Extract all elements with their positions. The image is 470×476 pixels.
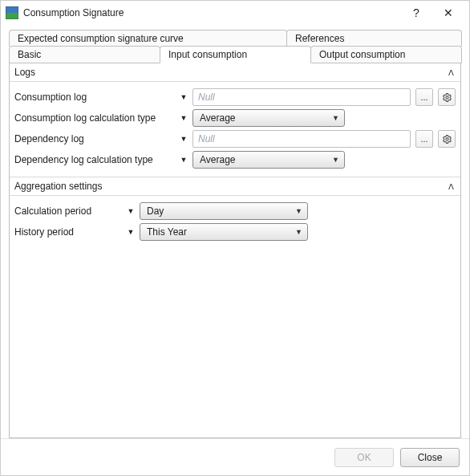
close-window-button[interactable]: ✕ <box>432 1 464 25</box>
browse-button[interactable]: ... <box>415 130 433 148</box>
close-button[interactable]: Close <box>400 448 460 467</box>
label-calculation-period: Calculation period <box>14 205 127 217</box>
select-history-period[interactable]: This Year ▼ <box>140 223 308 241</box>
tab-basic[interactable]: Basic <box>9 46 160 63</box>
label-consumption-log-calc-type: Consumption log calculation type <box>14 112 180 124</box>
chevron-down-icon: ▼ <box>295 207 302 215</box>
section-body-logs: Consumption log ▼ Null ... <box>10 82 460 177</box>
select-consumption-log-calc-type[interactable]: Average ▼ <box>192 109 345 127</box>
section-title: Logs <box>14 67 35 78</box>
label-consumption-log: Consumption log <box>14 92 180 103</box>
section-body-aggregation: Calculation period ▼ Day ▼ History perio… <box>10 196 460 249</box>
row-consumption-log: Consumption log ▼ Null ... <box>14 88 456 106</box>
row-consumption-log-calc-type: Consumption log calculation type ▼ Avera… <box>14 109 456 127</box>
chevron-down-icon: ▼ <box>332 114 339 122</box>
svg-rect-1 <box>6 13 18 19</box>
section-title: Aggregation settings <box>14 181 102 192</box>
tab-output-consumption[interactable]: Output consumption <box>310 46 462 63</box>
tab-panel: Logs ᐱ Consumption log ▼ Null ... <box>9 63 461 438</box>
tabrow-top: Expected consumption signature curve Ref… <box>9 30 461 47</box>
tabrow-bottom: Basic Input consumption Output consumpti… <box>9 46 461 63</box>
tab-input-consumption[interactable]: Input consumption <box>160 46 311 63</box>
label-history-period: History period <box>14 226 127 238</box>
svg-point-4 <box>445 137 448 140</box>
dropdown-caret-icon[interactable]: ▼ <box>127 228 135 236</box>
chevron-up-icon: ᐱ <box>448 68 454 77</box>
tab-expected-curve[interactable]: Expected consumption signature curve <box>9 30 287 47</box>
label-dependency-log: Dependency log <box>14 133 180 144</box>
browse-button[interactable]: ... <box>415 88 433 106</box>
section-header-logs[interactable]: Logs ᐱ <box>10 63 460 82</box>
gear-icon <box>442 134 452 144</box>
app-icon <box>6 6 18 19</box>
chevron-down-icon: ▼ <box>295 228 302 236</box>
row-dependency-log-calc-type: Dependency log calculation type ▼ Averag… <box>14 151 456 169</box>
section-header-aggregation[interactable]: Aggregation settings ᐱ <box>10 177 460 196</box>
dialog-footer: OK Close <box>1 438 469 475</box>
help-button[interactable]: ? <box>400 1 432 25</box>
dropdown-caret-icon[interactable]: ▼ <box>180 93 188 101</box>
input-dependency-log[interactable]: Null <box>192 130 411 148</box>
dialog-window: Consumption Signature ? ✕ Expected consu… <box>0 0 470 476</box>
settings-button[interactable] <box>438 88 456 106</box>
dropdown-caret-icon[interactable]: ▼ <box>180 114 188 122</box>
dropdown-caret-icon[interactable]: ▼ <box>180 135 188 143</box>
chevron-up-icon: ᐱ <box>448 182 454 191</box>
svg-point-3 <box>445 96 448 98</box>
row-history-period: History period ▼ This Year ▼ <box>14 223 456 241</box>
svg-rect-0 <box>6 6 18 13</box>
ok-button[interactable]: OK <box>334 448 394 467</box>
input-consumption-log[interactable]: Null <box>192 88 411 106</box>
select-dependency-log-calc-type[interactable]: Average ▼ <box>192 151 345 169</box>
dropdown-caret-icon[interactable]: ▼ <box>180 156 188 164</box>
dialog-content: Expected consumption signature curve Ref… <box>1 25 469 438</box>
titlebar: Consumption Signature ? ✕ <box>1 1 469 25</box>
chevron-down-icon: ▼ <box>332 156 339 164</box>
tab-references[interactable]: References <box>286 30 462 47</box>
gear-icon <box>442 92 452 103</box>
row-calculation-period: Calculation period ▼ Day ▼ <box>14 202 456 220</box>
dropdown-caret-icon[interactable]: ▼ <box>127 207 135 215</box>
select-calculation-period[interactable]: Day ▼ <box>140 202 308 220</box>
window-title: Consumption Signature <box>23 7 400 18</box>
settings-button[interactable] <box>438 130 456 148</box>
label-dependency-log-calc-type: Dependency log calculation type <box>14 154 180 165</box>
row-dependency-log: Dependency log ▼ Null ... <box>14 130 456 148</box>
